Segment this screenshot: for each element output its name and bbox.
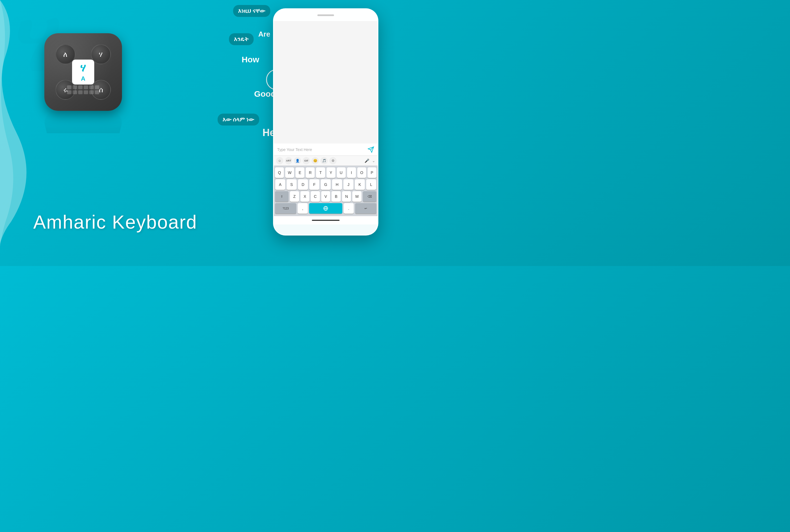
bubble-amharic-3: እንዴት [229,33,253,45]
key-comma[interactable]: , [298,203,308,214]
key-T[interactable]: T [316,167,325,178]
emoji-toolbar: ☺ ART 👤 GIF 😊 🎵 ⚙ 🎤 ⌄ [274,156,378,166]
keyboard-row-2: A S D F G H J K L [275,179,376,190]
emoji-btn-wave[interactable]: 🎵 [320,157,328,164]
mic-icon[interactable]: 🎤 [364,158,369,163]
key-U[interactable]: U [337,167,346,178]
key-O[interactable]: O [357,167,366,178]
center-key: ሃ A [72,60,94,84]
text-input-bar[interactable]: Type Your Text Here [274,144,378,156]
key-delete[interactable]: ⌫ [363,191,376,202]
bubble-amharic-1: እነዚህ ናቸው [233,5,270,17]
key-N[interactable]: N [342,191,351,202]
small-keys-grid [67,86,99,94]
phone-mockup: Type Your Text Here ☺ ART 👤 GIF 😊 🎵 ⚙ 🎤 … [273,8,378,235]
key-shift[interactable]: ⇧ [275,191,288,202]
word-good: Good [254,89,276,99]
emoji-btn-art[interactable]: ART [285,157,292,164]
key-F[interactable]: F [309,179,319,190]
key-G[interactable]: G [321,179,331,190]
key-R[interactable]: R [306,167,315,178]
key-H[interactable]: H [332,179,342,190]
key-D[interactable]: D [298,179,308,190]
key-Z[interactable]: Z [290,191,299,202]
key-K[interactable]: K [355,179,365,190]
emoji-btn-settings[interactable]: ⚙ [329,157,337,164]
key-E[interactable]: E [296,167,304,178]
send-icon[interactable] [368,146,374,153]
phone-top-bar [274,9,378,22]
key-X[interactable]: X [300,191,309,202]
key-Q[interactable]: Q [275,167,284,178]
key-B[interactable]: B [332,191,341,202]
key-Y[interactable]: Y [326,167,335,178]
phone-bottom-bar [274,216,378,225]
emoji-btn-mask[interactable]: 👤 [294,157,301,164]
app-title: Amharic Keyboard [33,211,197,233]
phone-speaker [317,14,334,16]
key-A[interactable]: A [275,179,285,190]
center-amharic-char: ሃ [80,63,86,73]
collapse-icon[interactable]: ⌄ [372,158,375,163]
keyboard-row-3: ⇧ Z X C V B N M ⌫ [275,191,376,202]
key-S[interactable]: S [287,179,297,190]
home-indicator [312,220,340,221]
key-space-globe[interactable] [309,203,342,214]
app-icon-container: ለ ሃ ሩ ሰ ሃ A [44,33,122,111]
keyboard-row-1: Q W E R T Y U I O P [275,167,376,178]
key-C[interactable]: C [311,191,320,202]
emoji-btn-face[interactable]: 😊 [312,157,319,164]
key-W[interactable]: W [285,167,294,178]
key-numbers[interactable]: ?123 [275,203,296,214]
keyboard[interactable]: Q W E R T Y U I O P A S D F G H J K [274,166,378,216]
key-M[interactable]: M [352,191,361,202]
key-period[interactable]: . [344,203,354,214]
app-icon: ለ ሃ ሩ ሰ ሃ A [44,33,122,111]
word-how: How [242,55,259,64]
bubble-amharic-7: እው ሰላም ነው [218,114,259,126]
key-J[interactable]: J [343,179,353,190]
key-I[interactable]: I [347,167,356,178]
icon-reflection [42,111,125,133]
center-latin-char: A [81,76,86,82]
keyboard-row-4: ?123 , . ↩ [275,203,376,214]
word-are: Are [258,30,270,39]
phone-container: Type Your Text Here ☺ ART 👤 GIF 😊 🎵 ⚙ 🎤 … [273,8,378,235]
text-input-placeholder[interactable]: Type Your Text Here [277,147,368,152]
key-L[interactable]: L [366,179,376,190]
key-V[interactable]: V [321,191,331,202]
key-P[interactable]: P [368,167,376,178]
key-return[interactable]: ↩ [355,203,376,214]
emoji-btn-smiley[interactable]: ☺ [276,157,283,164]
wave-decoration [0,0,33,266]
emoji-btn-gif[interactable]: GIF [303,157,310,164]
chat-area [274,22,378,144]
globe-icon [323,206,328,211]
keyboard-shape: ለ ሃ ሩ ሰ ሃ A [53,41,114,102]
